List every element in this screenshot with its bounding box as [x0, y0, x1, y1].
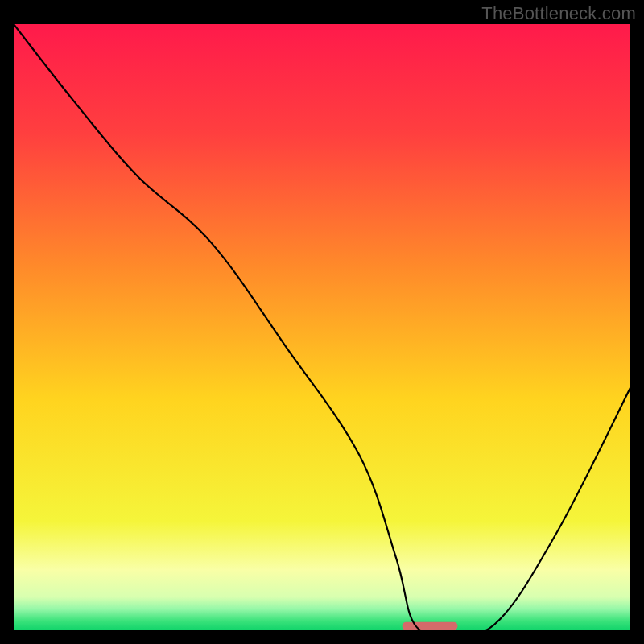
gradient-background: [14, 24, 630, 630]
optimal-zone-marker: [402, 622, 458, 630]
bottleneck-chart: [14, 24, 630, 630]
watermark-text: TheBottleneck.com: [481, 3, 636, 24]
plot-area: [14, 24, 630, 630]
chart-frame: TheBottleneck.com: [0, 0, 644, 644]
